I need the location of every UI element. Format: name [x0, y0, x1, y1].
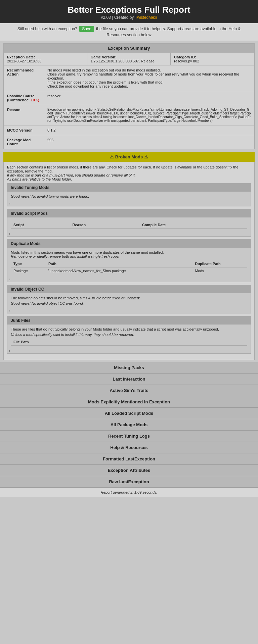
date-value: 2021-06-27 18:16:33: [7, 59, 84, 63]
invalid-tuning-message: Good news! No invalid tuning mods were f…: [11, 194, 89, 198]
page-title: Better Exceptions Full Report: [3, 5, 255, 15]
duplicate-table: Type Path Duplicate Path Package \unpack…: [11, 260, 247, 274]
table-row: Package \unpackedmod\New_names_for_Sims.…: [11, 267, 247, 275]
exception-summary-header: Exception Summary: [4, 44, 254, 53]
junk-files-body: These are files that do not typically be…: [7, 325, 251, 348]
version-text: v2.03 | Created by: [101, 15, 135, 20]
junk-files-section: Junk Files These are files that do not t…: [7, 316, 251, 354]
invalid-script-body: Script Reason Compile Date: [7, 217, 251, 231]
package-mod-value: 596: [44, 135, 254, 149]
broken-intro-text: Each section contains a list of broken m…: [7, 165, 251, 181]
package-mod-label: Package Mod Count: [4, 135, 44, 149]
invalid-script-footer: ›: [7, 231, 251, 236]
nav-help-resources[interactable]: Help & Resources: [0, 442, 258, 453]
nav-all-loaded-script-mods[interactable]: All Loaded Script Mods: [0, 408, 258, 419]
category-label: Category ID:: [174, 55, 251, 59]
invalid-tuning-footer: ›: [7, 201, 251, 206]
junk-note: Unless a mod specifically said to instal…: [11, 333, 247, 337]
script-col-reason: Reason: [70, 221, 139, 229]
nav-recent-tuning-logs[interactable]: Recent Tuning Logs: [0, 431, 258, 442]
recommended-label: Recommended Action: [4, 65, 44, 91]
dup-col-path: Path: [46, 260, 192, 267]
dup-path: \unpackedmod\New_names_for_Sims.package: [46, 267, 192, 275]
dup-col-dup-path: Duplicate Path: [192, 260, 247, 267]
detail-table: Recommended Action No mods were listed i…: [4, 65, 254, 149]
nav-last-interaction[interactable]: Last Interaction: [0, 374, 258, 385]
date-cell: Exception Date: 2021-06-27 18:16:33: [4, 53, 87, 65]
invalid-script-header: Invalid Script Mods: [7, 209, 251, 217]
date-label: Exception Date:: [7, 55, 84, 59]
nav-mods-mentioned[interactable]: Mods Explicitly Mentioned in Exception: [0, 396, 258, 408]
footer-text: Report generated in 1.09 seconds.: [101, 490, 158, 494]
nav-active-sim-traits[interactable]: Active Sim's Traits: [0, 385, 258, 396]
reason-value: Exception when applying action <Statisti…: [44, 105, 254, 126]
nav-missing-packs[interactable]: Missing Packs: [0, 362, 258, 374]
page-header: Better Exceptions Full Report v2.03 | Cr…: [0, 0, 258, 23]
package-mod-row: Package Mod Count 596: [4, 135, 254, 149]
reason-row: Reason Exception when applying action <S…: [4, 105, 254, 126]
junk-col-filepath: File Path: [11, 339, 247, 346]
invalid-script-table: Script Reason Compile Date: [11, 221, 247, 229]
invalid-cc-intro: The following objects should be removed,…: [11, 296, 247, 300]
duplicate-mods-footer: ›: [7, 277, 251, 282]
invalid-tuning-header: Invalid Tuning Mods: [7, 184, 251, 192]
version-line: v2.03 | Created by TwistedMexi: [3, 15, 255, 20]
script-col-date: Compile Date: [139, 221, 247, 229]
nav-sections-container: Missing Packs Last Interaction Active Si…: [0, 362, 258, 488]
game-version-cell: Game Version: 1.75.125.1030.1.200.000.50…: [87, 53, 171, 65]
nav-exception-attributes[interactable]: Exception Attributes: [0, 465, 258, 476]
duplicate-mods-body: Mods listed in this section means you ha…: [7, 248, 251, 277]
exception-info-grid: Exception Date: 2021-06-27 18:16:33 Game…: [4, 53, 254, 65]
category-cell: Category ID: resolver.py 802: [171, 53, 254, 65]
nav-formatted-last-exception[interactable]: Formatted LastException: [0, 453, 258, 465]
invalid-cc-message: Good news! No invalid object CC was foun…: [11, 301, 84, 305]
save-post-text: the file so you can provide it to helper…: [96, 27, 241, 37]
junk-files-header: Junk Files: [7, 316, 251, 325]
nav-all-package-mods[interactable]: All Package Mods: [0, 419, 258, 431]
possible-cause-value: resolver: [44, 91, 254, 105]
invalid-object-cc-body: The following objects should be removed,…: [7, 293, 251, 308]
invalid-tuning-section: Invalid Tuning Mods Good news! No invali…: [7, 183, 251, 206]
duplicate-mods-header: Duplicate Mods: [7, 240, 251, 248]
mccc-label: MCCC Version: [4, 126, 44, 135]
invalid-object-cc-header: Invalid Object CC: [7, 285, 251, 293]
mccc-value: 8.1.2: [44, 126, 254, 135]
invalid-tuning-body: Good news! No invalid tuning mods were f…: [7, 192, 251, 201]
exception-summary-section: Exception Summary Exception Date: 2021-0…: [3, 43, 255, 149]
invalid-script-section: Invalid Script Mods Script Reason Compil…: [7, 209, 251, 237]
author-link[interactable]: TwistedMexi: [135, 15, 157, 20]
category-value: resolver.py 802: [174, 59, 251, 63]
duplicate-intro: Mods listed in this section means you ha…: [11, 250, 247, 254]
junk-intro: These are files that do not typically be…: [11, 327, 247, 331]
broken-mods-header: ⚠ Broken Mods ⚠: [3, 152, 255, 162]
reason-label: Reason: [4, 105, 44, 126]
broken-mods-container: Each section contains a list of broken m…: [3, 162, 255, 360]
dup-col-type: Type: [11, 260, 46, 267]
save-pre-text: Still need help with an exception?: [17, 27, 77, 31]
report-footer: Report generated in 1.09 seconds.: [0, 488, 258, 497]
invalid-object-cc-footer: ›: [7, 308, 251, 313]
dup-type: Package: [11, 267, 46, 275]
dup-dup-path: Mods: [192, 267, 247, 275]
duplicate-note: Remove one or ideally remove both and in…: [11, 254, 247, 258]
save-button[interactable]: Save: [79, 26, 94, 32]
duplicate-mods-section: Duplicate Mods Mods listed in this secti…: [7, 239, 251, 282]
possible-cause-label: Possible Cause (Confidence: 10%): [4, 91, 44, 105]
recommended-value: No mods were listed in the exception but…: [44, 65, 254, 91]
nav-raw-last-exception[interactable]: Raw LastException: [0, 476, 258, 488]
broken-note2: All paths are relative to the Mods folde…: [7, 177, 72, 181]
script-col-script: Script: [11, 221, 70, 229]
mccc-row: MCCC Version 8.1.2: [4, 126, 254, 135]
junk-files-footer: ›: [7, 348, 251, 353]
invalid-object-cc-section: Invalid Object CC The following objects …: [7, 285, 251, 313]
possible-cause-row: Possible Cause (Confidence: 10%) resolve…: [4, 91, 254, 105]
recommended-row: Recommended Action No mods were listed i…: [4, 65, 254, 91]
broken-note1: If any mod file is part of a multi-part …: [7, 173, 136, 177]
save-bar: Still need help with an exception? Save …: [0, 23, 258, 41]
confidence-value: 10%): [31, 98, 39, 102]
junk-table: File Path: [11, 339, 247, 346]
game-version-label: Game Version:: [91, 55, 167, 59]
game-version-value: 1.75.125.1030.1.200.000.507. Release: [91, 59, 167, 63]
